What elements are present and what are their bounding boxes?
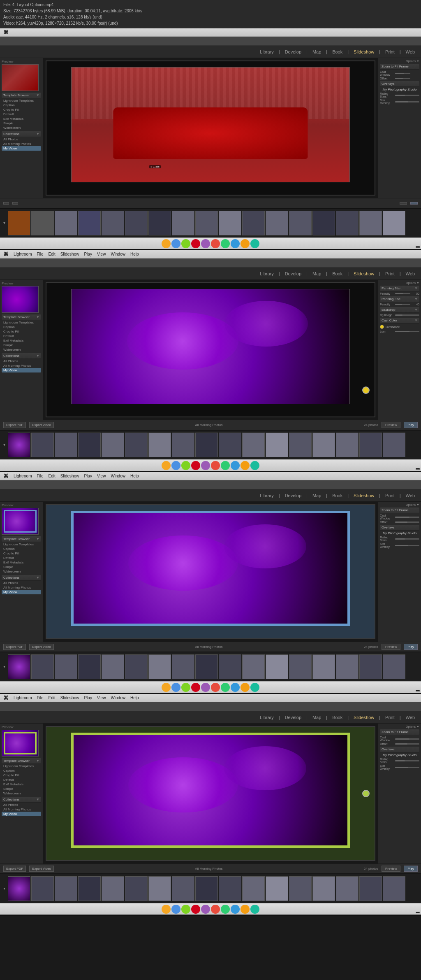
collection-all-3[interactable]: All Photos [2,581,41,585]
export-video-btn-3[interactable]: Export Video [29,644,54,650]
filmstrip-g-2[interactable] [31,654,54,679]
nav-library-4[interactable]: Library [260,715,274,720]
backdrop-header[interactable]: Backdrop ▼ [380,307,419,313]
export-pdf-btn-2[interactable]: Export PDF [3,422,26,428]
export-video-btn-2[interactable]: Export Video [29,422,54,428]
taskbar-2-icon-4[interactable] [191,461,200,470]
taskbar-icon-10[interactable] [250,239,259,248]
filmstrip-g-11[interactable] [242,654,265,679]
filmstrip-g-17[interactable] [383,654,405,679]
filmstrip-h-16[interactable] [359,876,382,901]
filmstrip-thumb-15[interactable] [336,211,359,235]
template-widescreen-2[interactable]: Widescreen [2,347,41,352]
filmstrip-h-7[interactable] [148,876,171,901]
filmstrip-f-9[interactable] [195,433,218,457]
filmstrip-thumb-4[interactable] [78,211,101,235]
taskbar-2-icon-5[interactable] [201,461,210,470]
menu-play-2[interactable]: Play [84,252,92,256]
filmstrip-thumb-12[interactable] [266,211,288,235]
taskbar-4-icon-2[interactable] [171,905,180,914]
filmstrip-f-3[interactable] [55,433,77,457]
export-video-btn-1[interactable] [12,202,18,205]
panning-start-header[interactable]: Panning Start ▼ [380,286,419,291]
taskbar-2-icon-2[interactable] [171,461,180,470]
template-simple-4[interactable]: Simple [2,787,41,791]
taskbar-4-icon-4[interactable] [191,905,200,914]
template-default-2[interactable]: Default [2,334,41,338]
nav-web-1[interactable]: Web [406,49,415,54]
overlays-header-1[interactable]: Overlays [380,81,419,87]
collection-morning-3[interactable]: All Morning Photos [2,585,41,590]
yellow-color-dot[interactable] [380,325,384,329]
preview-btn-2[interactable]: Preview [382,422,400,428]
play-btn-4[interactable]: Play [404,866,418,872]
cast-color-header[interactable]: Cast Color ▼ [380,318,419,324]
menu-play-4[interactable]: Play [84,696,92,700]
taskbar-3-icon-9[interactable] [241,683,250,692]
filmstrip-thumb-10[interactable] [219,211,241,235]
filmstrip-h-15[interactable] [336,876,359,901]
play-btn-1[interactable] [410,202,418,205]
filmstrip-thumb-16[interactable] [359,211,382,235]
filmstrip-thumb-6[interactable] [125,211,148,235]
apple-menu[interactable]: ⌘ [3,29,9,35]
template-crop-3[interactable]: Crop to Fill [2,551,41,556]
filmstrip-h-1[interactable] [8,876,30,901]
filmstrip-thumb-5[interactable] [102,211,124,235]
nav-develop-4[interactable]: Develop [285,715,301,720]
nav-develop-1[interactable]: Develop [285,49,301,54]
nav-library-2[interactable]: Library [260,271,274,276]
menu-lightroom-4[interactable]: Lightroom [14,696,32,700]
export-video-btn-4[interactable]: Export Video [29,866,54,872]
collections-header-2[interactable]: Collections ▼ [2,353,41,359]
filmstrip-thumb-2[interactable] [31,211,54,235]
taskbar-3-icon-5[interactable] [201,683,210,692]
taskbar-2-icon-7[interactable] [221,461,230,470]
taskbar-icon-8[interactable] [231,239,240,248]
filmstrip-g-3[interactable] [55,654,77,679]
filmstrip-thumb-7[interactable] [148,211,171,235]
taskbar-3-icon-8[interactable] [231,683,240,692]
nav-map-2[interactable]: Map [312,271,321,276]
filmstrip-f-6[interactable] [125,433,148,457]
nav-print-2[interactable]: Print [385,271,395,276]
template-exif-4[interactable]: Exif Metadata [2,782,41,787]
taskbar-3-icon-4[interactable] [191,683,200,692]
right-zoom-header-1[interactable]: Zoom to Fit Frame [380,64,419,70]
template-default-3[interactable]: Default [2,556,41,560]
filmstrip-thumb-14[interactable] [312,211,335,235]
nav-slideshow-1[interactable]: Slideshow [354,49,374,54]
template-caption-3[interactable]: Caption [2,547,41,551]
filmstrip-g-6[interactable] [125,654,148,679]
export-pdf-btn-3[interactable]: Export PDF [3,644,26,650]
right-zoom-header-3[interactable]: Zoom to Fit Frame [380,507,419,513]
filmstrip-thumb-1[interactable] [8,211,30,235]
filmstrip-f-7[interactable] [148,433,171,457]
filmstrip-g-1[interactable] [8,654,30,679]
template-lightroom-4[interactable]: Lightroom Templates [2,764,41,768]
menu-window-3[interactable]: Window [111,474,125,478]
template-simple-2[interactable]: Simple [2,343,41,347]
menu-edit-2[interactable]: Edit [49,252,56,256]
collections-header[interactable]: Collections ▼ [2,131,41,137]
template-caption-4[interactable]: Caption [2,768,41,773]
template-lightroom-2[interactable]: Lightroom Templates [2,320,41,325]
template-default-4[interactable]: Default [2,777,41,782]
template-exif[interactable]: Exif Metadata [2,116,41,121]
menu-file-4[interactable]: File [37,696,43,700]
taskbar-4-icon-1[interactable] [162,905,171,914]
taskbar-4-icon-5[interactable] [201,905,210,914]
collection-all-photos[interactable]: All Photos [2,137,41,142]
collection-morning-4[interactable]: All Morning Photos [2,807,41,812]
filmstrip-thumb-8[interactable] [172,211,194,235]
menu-slideshow-2[interactable]: Slideshow [60,252,79,256]
filmstrip-f-4[interactable] [78,433,101,457]
filmstrip-f-11[interactable] [242,433,265,457]
nav-print-4[interactable]: Print [385,715,395,720]
filmstrip-g-9[interactable] [195,654,218,679]
nav-slideshow-2[interactable]: Slideshow [354,271,374,276]
collection-all-2[interactable]: All Photos [2,359,41,363]
filmstrip-f-15[interactable] [336,433,359,457]
collection-morning[interactable]: All Morning Photos [2,142,41,146]
taskbar-3-icon-3[interactable] [181,683,190,692]
